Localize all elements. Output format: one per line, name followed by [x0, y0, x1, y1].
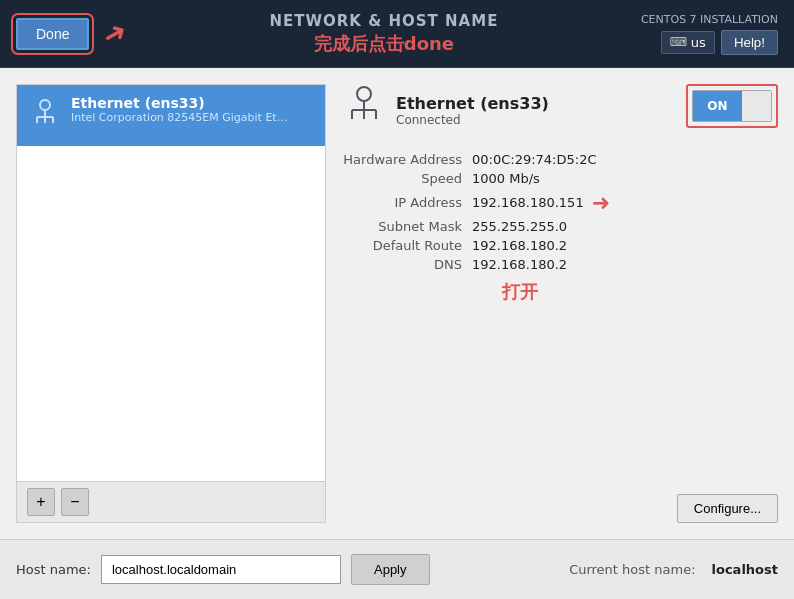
ethernet-item-desc: Intel Corporation 82545EM Gigabit Ethern…	[71, 111, 291, 124]
keyboard-icon: ⌨	[670, 35, 687, 49]
toggle-switch[interactable]: ON	[692, 90, 772, 122]
host-name-input[interactable]	[101, 555, 341, 584]
ethernet-item-name: Ethernet (ens33)	[71, 95, 291, 111]
header-left: Done ➜	[16, 17, 127, 50]
configure-button[interactable]: Configure...	[677, 494, 778, 523]
ethernet-icon	[29, 97, 61, 136]
hardware-address-label: Hardware Address	[342, 152, 472, 167]
eth-detail-name: Ethernet (ens33)	[396, 94, 549, 113]
left-panel-body	[17, 146, 325, 481]
header-center: NETWORK & HOST NAME 完成后点击done	[127, 12, 641, 56]
left-panel: Ethernet (ens33) Intel Corporation 82545…	[16, 84, 326, 523]
subnet-mask-value: 255.255.255.0	[472, 219, 567, 234]
help-button[interactable]: Help!	[721, 30, 778, 55]
keyboard-selector[interactable]: ⌨ us	[661, 31, 715, 54]
eth-detail-icon	[342, 84, 386, 136]
left-panel-footer: + −	[17, 481, 325, 522]
remove-network-button[interactable]: −	[61, 488, 89, 516]
right-bottom: Configure...	[342, 494, 778, 523]
speed-value: 1000 Mb/s	[472, 171, 540, 186]
keyboard-value: us	[691, 35, 706, 50]
ip-address-row: IP Address 192.168.180.151 ➜	[342, 190, 778, 215]
right-panel: Ethernet (ens33) Connected ON Hardware A…	[342, 84, 778, 523]
ethernet-list-item[interactable]: Ethernet (ens33) Intel Corporation 82545…	[17, 85, 325, 146]
right-top: Ethernet (ens33) Connected ON	[342, 84, 778, 136]
done-button[interactable]: Done	[16, 18, 89, 50]
main-content: Ethernet (ens33) Intel Corporation 82545…	[0, 68, 794, 539]
ip-address-value: 192.168.180.151	[472, 195, 584, 210]
centos-label: CENTOS 7 INSTALLATION	[641, 13, 778, 26]
add-network-button[interactable]: +	[27, 488, 55, 516]
header-center-text: 完成后点击done	[127, 32, 641, 56]
host-name-label: Host name:	[16, 562, 91, 577]
info-section: Hardware Address 00:0C:29:74:D5:2C Speed…	[342, 144, 778, 304]
toggle-on-label: ON	[693, 91, 742, 121]
annotation-text: 打开	[502, 280, 778, 304]
default-route-row: Default Route 192.168.180.2	[342, 238, 778, 253]
svg-point-0	[40, 100, 50, 110]
svg-point-6	[357, 87, 371, 101]
header: Done ➜ NETWORK & HOST NAME 完成后点击done CEN…	[0, 0, 794, 68]
header-right: CENTOS 7 INSTALLATION ⌨ us Help!	[641, 13, 778, 55]
page-title: NETWORK & HOST NAME	[127, 12, 641, 30]
hardware-address-row: Hardware Address 00:0C:29:74:D5:2C	[342, 152, 778, 167]
hardware-address-value: 00:0C:29:74:D5:2C	[472, 152, 597, 167]
dns-label: DNS	[342, 257, 472, 272]
subnet-mask-label: Subnet Mask	[342, 219, 472, 234]
current-host-name-label: Current host name:	[569, 562, 695, 577]
toggle-off-area	[742, 91, 771, 121]
dns-row: DNS 192.168.180.2	[342, 257, 778, 272]
ip-address-label: IP Address	[342, 195, 472, 210]
footer: Host name: Apply Current host name: loca…	[0, 539, 794, 599]
speed-row: Speed 1000 Mb/s	[342, 171, 778, 186]
toggle-container: ON	[686, 84, 778, 128]
default-route-value: 192.168.180.2	[472, 238, 567, 253]
eth-detail-status: Connected	[396, 113, 549, 127]
eth-detail-header: Ethernet (ens33) Connected	[342, 84, 549, 136]
ip-arrow-icon: ➜	[592, 190, 610, 215]
subnet-mask-row: Subnet Mask 255.255.255.0	[342, 219, 778, 234]
current-host-name-value: localhost	[712, 562, 778, 577]
dns-value: 192.168.180.2	[472, 257, 567, 272]
info-table: Hardware Address 00:0C:29:74:D5:2C Speed…	[342, 152, 778, 272]
apply-button[interactable]: Apply	[351, 554, 430, 585]
default-route-label: Default Route	[342, 238, 472, 253]
speed-label: Speed	[342, 171, 472, 186]
